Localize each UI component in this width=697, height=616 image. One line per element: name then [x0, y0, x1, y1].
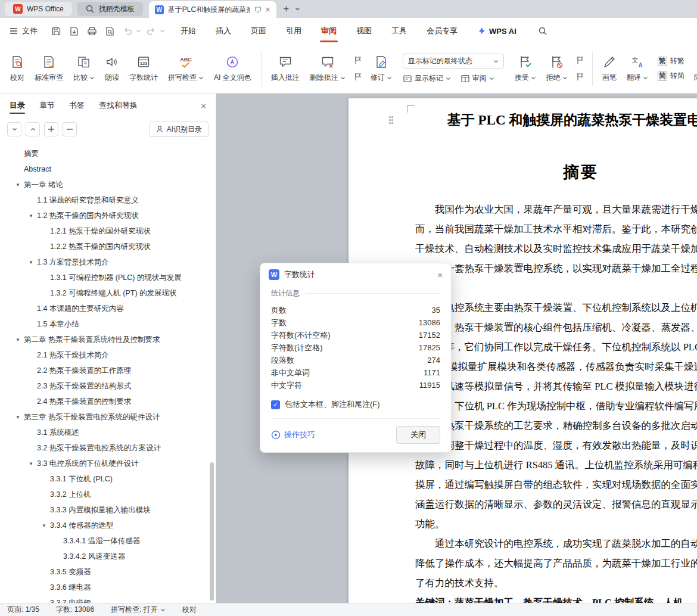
- toc-item[interactable]: 1.4 本课题的主要研究内容: [0, 301, 216, 316]
- collapse-chevron-icon[interactable]: ▼: [15, 337, 24, 343]
- close-button[interactable]: 关闭: [396, 426, 440, 444]
- checkbox-checked-icon[interactable]: ✓: [271, 400, 280, 409]
- toc-item[interactable]: 3.1 系统概述: [0, 425, 216, 440]
- toc-item[interactable]: 1.1 课题的研究背景和研究意义: [0, 192, 216, 208]
- sidebar-scrollbar-thumb[interactable]: [210, 462, 214, 601]
- to-simplified-button[interactable]: 简转简: [658, 71, 684, 81]
- toc-item[interactable]: 3.3.6 继电器: [0, 580, 216, 595]
- expand-all-button[interactable]: [26, 122, 40, 136]
- toc-item[interactable]: 2.2 热泵干燥装置的工作原理: [0, 363, 216, 378]
- toc-item[interactable]: ▼3.3.4 传感器的选型: [0, 518, 216, 533]
- insert-comment-button[interactable]: 插入批注: [267, 51, 304, 86]
- menu-tab-review[interactable]: 审阅: [321, 18, 337, 44]
- ai-polish-button[interactable]: AI 全文润色: [210, 51, 256, 86]
- export-button[interactable]: [66, 23, 82, 39]
- menu-tab-tools[interactable]: 工具: [391, 18, 407, 44]
- sidebar-tab-find-replace[interactable]: 查找和替换: [99, 94, 138, 117]
- read-aloud-button[interactable]: 朗读: [101, 51, 123, 86]
- toc-item[interactable]: ▼第一章 绪论: [0, 177, 216, 192]
- toc-item[interactable]: 3.3.3 内置模拟量输入输出模块: [0, 502, 216, 518]
- next-change-flag-icon[interactable]: [575, 72, 585, 82]
- next-change-flag-icon[interactable]: [353, 72, 363, 82]
- markup-state-select[interactable]: 显示标记的最终状态: [403, 54, 504, 69]
- spell-check-button[interactable]: ABC拼写检查: [164, 51, 208, 86]
- menu-tab-view[interactable]: 视图: [356, 18, 372, 44]
- status-proofread[interactable]: 校对: [182, 605, 197, 615]
- collapse-chevron-icon[interactable]: ▼: [29, 213, 37, 219]
- collapse-chevron-icon[interactable]: ▼: [29, 461, 37, 466]
- to-traditional-button[interactable]: 繁转繁: [658, 56, 684, 66]
- prev-change-flag-icon[interactable]: [353, 55, 363, 65]
- word-count-dialog-titlebar[interactable]: W 字数统计 ×: [260, 263, 451, 286]
- wps-ai-button[interactable]: WPS AI: [478, 27, 516, 36]
- menu-tab-insert[interactable]: 插入: [216, 18, 231, 44]
- menu-tab-premium[interactable]: 会员专享: [427, 18, 458, 44]
- close-tab-icon[interactable]: ×: [266, 5, 270, 14]
- delete-comment-button[interactable]: 删除批注: [306, 51, 350, 86]
- new-tab-button[interactable]: +: [284, 4, 289, 14]
- toc-item[interactable]: 1.2.1 热泵干燥的国外研究现状: [0, 223, 216, 239]
- status-spellcheck-toggle[interactable]: 拼写检查: 打开: [111, 605, 166, 615]
- collapse-chevron-icon[interactable]: ▼: [15, 415, 24, 420]
- menu-tab-page-layout[interactable]: 页面: [251, 18, 266, 44]
- collapse-all-button[interactable]: [7, 122, 21, 136]
- tab-wps-office[interactable]: W WPS Office: [5, 2, 72, 16]
- search-button[interactable]: [538, 26, 547, 36]
- sidebar-tab-bookmarks[interactable]: 书签: [69, 94, 85, 117]
- close-sidebar-icon[interactable]: ×: [201, 101, 206, 111]
- toc-item[interactable]: 3.3.4.1 温湿一体传感器: [0, 533, 216, 549]
- close-dialog-icon[interactable]: ×: [437, 270, 443, 279]
- undo-button[interactable]: [120, 23, 135, 39]
- accept-button[interactable]: 接受: [511, 51, 540, 86]
- show-markup-button[interactable]: 显示标记: [403, 73, 451, 83]
- menu-tab-references[interactable]: 引用: [286, 18, 301, 44]
- undo-chevron-icon[interactable]: [136, 29, 141, 33]
- draw-pen-button[interactable]: 画笔: [598, 51, 621, 86]
- toc-item[interactable]: 1.3.1 可编程控制器 (PLC) 的现状与发展: [0, 270, 216, 285]
- toc-item[interactable]: 3.3.5 变频器: [0, 564, 216, 580]
- redo-chevron-icon[interactable]: [160, 29, 165, 33]
- paragraph-drag-handle[interactable]: [389, 116, 394, 125]
- toc-item[interactable]: 2.1 热泵干燥技术简介: [0, 347, 216, 363]
- collapse-chevron-icon[interactable]: ▼: [15, 182, 24, 188]
- prev-change-flag-icon[interactable]: [575, 55, 585, 65]
- toc-item[interactable]: 2.4 热泵干燥装置的控制要求: [0, 394, 216, 409]
- tips-link[interactable]: 操作技巧: [271, 430, 315, 440]
- restrict-edit-button[interactable]: 限制编辑: [690, 51, 697, 86]
- toc-item[interactable]: 摘要: [0, 146, 216, 161]
- track-changes-button[interactable]: 修订: [366, 51, 396, 86]
- toc-item[interactable]: 3.3.4.2 风速变送器: [0, 549, 216, 564]
- toc-item[interactable]: ▼第二章 热泵干燥装置系统特性及控制要求: [0, 332, 216, 347]
- translate-button[interactable]: 文A翻译: [623, 51, 652, 86]
- toc-item[interactable]: ▼1.3 方案背景技术简介: [0, 254, 216, 270]
- save-button[interactable]: [48, 23, 64, 39]
- toc-item[interactable]: 1.2.2 热泵干燥的国内研究现状: [0, 239, 216, 254]
- reject-button[interactable]: 拒绝: [542, 51, 572, 86]
- tab-list-chevron-icon[interactable]: [295, 7, 300, 11]
- toc-item[interactable]: ▼3.3 电控系统的下位机硬件设计: [0, 456, 216, 471]
- menu-tab-start[interactable]: 开始: [181, 18, 196, 44]
- collapse-chevron-icon[interactable]: ▼: [29, 260, 37, 265]
- toc-item[interactable]: 3.3.2 上位机: [0, 487, 216, 502]
- toc-item[interactable]: 3.2 热泵干燥装置电控系统的方案设计: [0, 440, 216, 456]
- sidebar-tab-contents[interactable]: 目录: [10, 94, 25, 117]
- toc-item[interactable]: 2.3 热泵干燥装置的结构形式: [0, 378, 216, 394]
- toc-item[interactable]: ▼1.2 热泵干燥的国内外研究现状: [0, 208, 216, 223]
- toc-item[interactable]: 1.5 本章小结: [0, 316, 216, 332]
- toc-item[interactable]: Abstract: [0, 161, 216, 177]
- collapse-chevron-icon[interactable]: ▼: [42, 523, 50, 528]
- tab-template-search[interactable]: 找稻壳模板: [77, 2, 143, 16]
- standard-review-button[interactable]: 标准审查: [30, 51, 67, 86]
- zoom-in-toc-button[interactable]: [44, 122, 58, 136]
- toc-item[interactable]: 3.3.1 下位机 (PLC): [0, 471, 216, 487]
- redo-button[interactable]: [144, 23, 159, 39]
- review-pane-button[interactable]: 审阅: [460, 73, 494, 83]
- include-textbox-checkbox[interactable]: ✓ 包括文本框、脚注和尾注(F): [271, 399, 440, 410]
- tab-document-active[interactable]: W 基于PLC和触摸屏的蔬菜热泵 ×: [149, 1, 276, 18]
- compare-button[interactable]: 比较: [69, 51, 99, 86]
- sidebar-tab-chapters[interactable]: 章节: [39, 94, 55, 117]
- print-preview-button[interactable]: [102, 23, 117, 39]
- status-word-count[interactable]: 字数: 13086: [56, 605, 94, 615]
- toc-item[interactable]: ▼第三章 热泵干燥装置电控系统的硬件设计: [0, 409, 216, 425]
- proofread-button[interactable]: 校对: [6, 51, 29, 86]
